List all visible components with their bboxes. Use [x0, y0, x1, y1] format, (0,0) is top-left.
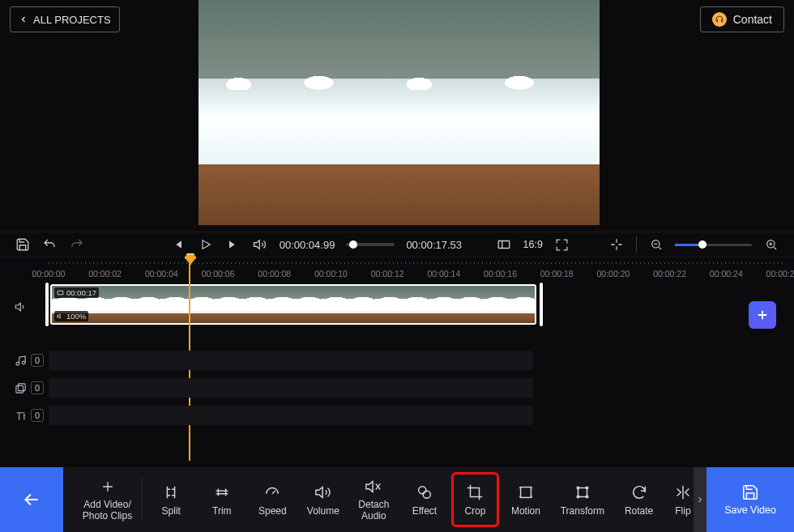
ruler-tick: 00:00:04: [145, 269, 178, 279]
effect-tool[interactable]: Effect: [403, 474, 447, 526]
speed-tool[interactable]: Speed: [250, 474, 295, 526]
undo-icon[interactable]: [42, 236, 58, 253]
play-bar: 00:00:04.99 00:00:17.53 16:9: [0, 232, 794, 257]
svg-point-9: [22, 361, 25, 364]
clip-handle-left[interactable]: [45, 283, 49, 326]
ruler-tick: 00:00:24: [710, 269, 743, 279]
clip-handle-right[interactable]: [540, 283, 543, 326]
clip-duration-badge: 00:00:17: [54, 287, 99, 298]
all-projects-label: ALL PROJECTS: [33, 14, 111, 26]
flip-icon: [674, 483, 692, 501]
split-tool[interactable]: Split: [149, 474, 194, 526]
detach-audio-tool[interactable]: DetachAudio: [352, 474, 396, 526]
zoom-slider[interactable]: [675, 244, 752, 246]
svg-rect-2: [498, 241, 510, 249]
rotate-tool[interactable]: Rotate: [617, 474, 661, 526]
volume-icon: [314, 483, 332, 501]
video-preview[interactable]: [198, 0, 600, 225]
divider: [142, 478, 143, 521]
text-track-icon[interactable]: 0: [15, 409, 44, 422]
svg-point-15: [423, 491, 430, 498]
text-track-row: 0: [0, 402, 794, 428]
text-track[interactable]: [49, 406, 533, 425]
ruler-tick: 00:00:22: [653, 269, 686, 279]
svg-marker-7: [58, 314, 60, 318]
zoom-in-icon[interactable]: [763, 236, 779, 253]
ruler-tick: 00:00:26: [766, 269, 794, 279]
save-icon: [741, 483, 759, 501]
audio-track-icon[interactable]: 0: [15, 354, 44, 367]
tools-scroller: Add Video/Photo Clips Split Trim Speed V…: [63, 467, 706, 532]
svg-marker-1: [254, 240, 259, 249]
prev-frame-icon[interactable]: [171, 236, 187, 253]
motion-icon: [517, 483, 535, 501]
overlay-track-row: 0: [0, 375, 794, 401]
ruler-tick: 00:00:20: [596, 269, 630, 279]
transform-tool[interactable]: Transform: [554, 474, 610, 526]
video-track-row: 00:00:17 100%: [0, 283, 794, 331]
svg-rect-16: [521, 487, 531, 497]
transform-icon: [574, 483, 591, 501]
volume-tool[interactable]: Volume: [301, 474, 346, 526]
timeline-ruler[interactable]: 00:00:0000:00:0200:00:0400:00:0600:00:08…: [49, 259, 783, 280]
detach-audio-icon: [365, 478, 382, 496]
overlay-track-icon[interactable]: 0: [15, 381, 44, 394]
arrow-left-icon: [21, 489, 42, 510]
chevron-right-icon: [695, 495, 705, 504]
plus-icon: [99, 478, 117, 496]
save-video-button[interactable]: Save Video: [706, 467, 794, 532]
svg-point-8: [16, 362, 19, 365]
bottom-toolbar: Add Video/Photo Clips Split Trim Speed V…: [0, 467, 794, 532]
ruler-tick: 00:00:14: [427, 269, 460, 279]
motion-tool[interactable]: Motion: [504, 474, 549, 526]
svg-rect-17: [578, 487, 587, 496]
all-projects-button[interactable]: ALL PROJECTS: [10, 6, 120, 32]
svg-marker-12: [316, 487, 322, 497]
video-clip[interactable]: 00:00:17 100%: [50, 284, 536, 325]
headset-icon: [712, 12, 727, 27]
audio-track-row: 0: [0, 347, 794, 373]
chevron-left-icon: [19, 15, 28, 24]
snap-icon[interactable]: [608, 236, 625, 253]
ruler-tick: 00:00:12: [371, 269, 404, 279]
total-time: 00:00:17.53: [406, 239, 462, 251]
overlay-track[interactable]: [49, 378, 533, 398]
ruler-tick: 00:00:00: [32, 269, 66, 279]
add-track-button[interactable]: [749, 301, 776, 329]
play-icon[interactable]: [198, 236, 214, 253]
ruler-tick: 00:00:06: [202, 269, 235, 279]
rotate-icon: [630, 483, 648, 501]
tools-scroll-right[interactable]: [694, 467, 706, 532]
ruler-tick: 00:00:08: [258, 269, 291, 279]
svg-rect-10: [16, 385, 23, 393]
contact-label: Contact: [733, 13, 772, 26]
ruler-tick: 00:00:02: [88, 269, 122, 279]
fullscreen-icon[interactable]: [554, 236, 570, 253]
audio-track[interactable]: [49, 351, 533, 370]
video-track-mute-icon[interactable]: [15, 300, 28, 313]
svg-rect-6: [58, 291, 63, 295]
trim-icon: [213, 483, 231, 501]
aspect-label: 16:9: [523, 239, 543, 250]
current-time: 00:00:04.99: [280, 239, 335, 251]
next-frame-icon[interactable]: [225, 236, 241, 253]
contact-button[interactable]: Contact: [700, 6, 784, 32]
trim-tool[interactable]: Trim: [200, 474, 245, 526]
crop-tool[interactable]: Crop: [453, 474, 497, 526]
crop-icon: [466, 483, 484, 501]
speed-icon: [263, 483, 281, 501]
mute-icon[interactable]: [252, 236, 268, 253]
back-button[interactable]: [0, 467, 63, 532]
split-icon: [162, 483, 180, 501]
save-project-icon[interactable]: [15, 236, 31, 253]
svg-marker-13: [366, 481, 373, 492]
zoom-out-icon[interactable]: [648, 236, 664, 253]
divider: [636, 236, 637, 253]
redo-icon: [69, 236, 85, 253]
svg-point-14: [419, 486, 426, 493]
add-clips-tool[interactable]: Add Video/Photo Clips: [79, 474, 135, 526]
ruler-tick: 00:00:16: [484, 269, 517, 279]
ruler-tick: 00:00:10: [314, 269, 348, 279]
aspect-icon[interactable]: [496, 236, 512, 253]
playback-slider[interactable]: [346, 243, 395, 246]
